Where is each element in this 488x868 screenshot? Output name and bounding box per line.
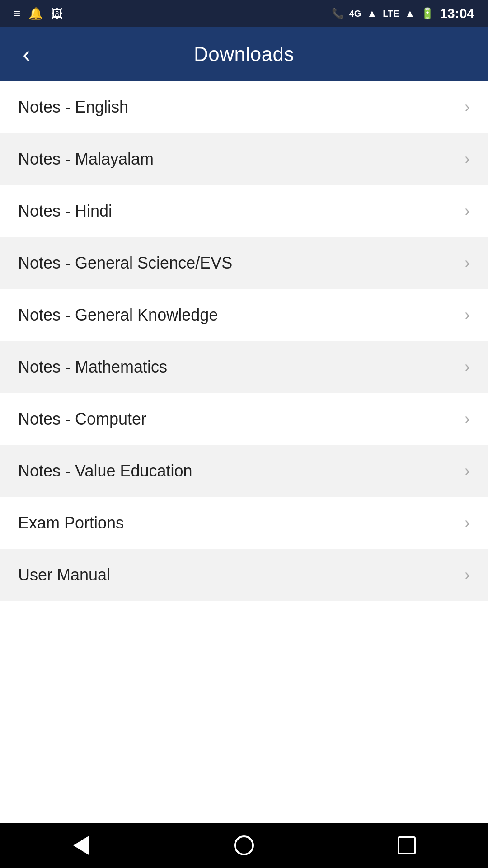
chevron-right-icon: ›: [465, 358, 470, 377]
time-display: 13:04: [440, 6, 474, 21]
chevron-right-icon: ›: [465, 462, 470, 481]
list-item[interactable]: Notes - General Science/EVS›: [0, 237, 488, 289]
image-icon: 🖼: [51, 7, 63, 21]
chevron-right-icon: ›: [465, 410, 470, 429]
nav-back-button[interactable]: [63, 827, 99, 863]
list-item-label: Notes - Computer: [18, 410, 146, 429]
signal-4g-icon: 4G: [349, 9, 361, 19]
list-item[interactable]: Notes - Malayalam›: [0, 133, 488, 185]
back-button[interactable]: ‹: [18, 38, 35, 71]
bottom-navigation: [0, 823, 488, 868]
header: ‹ Downloads: [0, 27, 488, 81]
phone-icon: 📞: [332, 8, 344, 19]
list-item-label: Exam Portions: [18, 514, 124, 533]
status-bar: ≡ 🔔 🖼 📞 4G ▲ LTE ▲ 🔋 13:04: [0, 0, 488, 27]
menu-icon: ≡: [14, 7, 20, 21]
back-arrow-icon: ‹: [23, 41, 30, 67]
chevron-right-icon: ›: [465, 150, 470, 169]
home-circle-icon: [234, 835, 254, 855]
list-item-label: Notes - Mathematics: [18, 358, 167, 377]
list-item[interactable]: Notes - English›: [0, 81, 488, 133]
signal-bars-icon: ▲: [366, 7, 377, 20]
back-triangle-icon: [73, 835, 89, 855]
status-bar-left: ≡ 🔔 🖼: [14, 7, 63, 21]
chevron-right-icon: ›: [465, 202, 470, 221]
list-item[interactable]: Notes - Computer›: [0, 393, 488, 445]
nav-recent-button[interactable]: [389, 827, 425, 863]
list-item[interactable]: User Manual›: [0, 549, 488, 601]
list-item[interactable]: Notes - Mathematics›: [0, 341, 488, 393]
list-item-label: Notes - English: [18, 98, 128, 117]
downloads-list: Notes - English›Notes - Malayalam›Notes …: [0, 81, 488, 601]
battery-icon: 🔋: [421, 7, 434, 20]
signal-bars2-icon: ▲: [405, 7, 416, 20]
notification-icon: 🔔: [28, 7, 43, 21]
list-item[interactable]: Notes - Value Education›: [0, 445, 488, 497]
chevron-right-icon: ›: [465, 514, 470, 533]
chevron-right-icon: ›: [465, 566, 470, 585]
status-bar-right: 📞 4G ▲ LTE ▲ 🔋 13:04: [332, 6, 474, 21]
recent-square-icon: [398, 836, 416, 854]
list-item-label: Notes - Malayalam: [18, 150, 154, 169]
nav-home-button[interactable]: [226, 827, 262, 863]
chevron-right-icon: ›: [465, 254, 470, 273]
chevron-right-icon: ›: [465, 98, 470, 117]
list-item-label: Notes - General Science/EVS: [18, 254, 232, 273]
list-item[interactable]: Notes - Hindi›: [0, 185, 488, 237]
list-item-label: User Manual: [18, 566, 110, 585]
list-item-label: Notes - General Knowledge: [18, 306, 218, 325]
list-item-label: Notes - Value Education: [18, 462, 192, 481]
chevron-right-icon: ›: [465, 306, 470, 325]
list-item[interactable]: Notes - General Knowledge›: [0, 289, 488, 341]
list-item[interactable]: Exam Portions›: [0, 497, 488, 549]
list-item-label: Notes - Hindi: [18, 202, 112, 221]
page-title: Downloads: [194, 43, 294, 66]
lte-icon: LTE: [383, 9, 399, 19]
